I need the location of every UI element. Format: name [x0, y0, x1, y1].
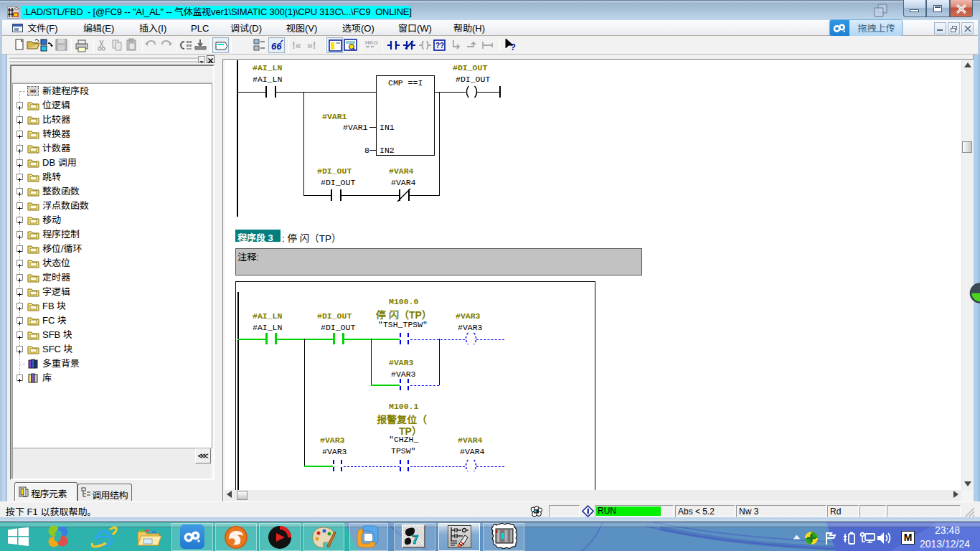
svg-text:!«: !« — [292, 39, 301, 51]
svg-text:HKO: HKO — [365, 39, 378, 46]
svg-text:66: 66 — [271, 41, 282, 52]
svg-text:??: ?? — [435, 42, 444, 50]
svg-text:7: 7 — [412, 533, 418, 546]
svg-text:?: ? — [510, 42, 516, 52]
svg-text:»!: »! — [307, 39, 316, 51]
